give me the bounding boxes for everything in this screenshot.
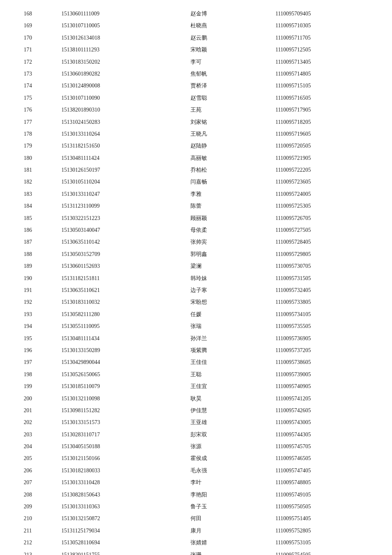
row-name: 李雅 (175, 188, 260, 200)
table-row: 18515130322151223顾丽颖1110095726705 (16, 212, 376, 224)
row-id: 15130133110363 (58, 501, 175, 513)
row-number: 198 (16, 369, 58, 381)
row-id: 15130601111009 (58, 8, 175, 20)
row-id: 15131182151650 (58, 140, 175, 152)
table-row: 21015130132150872何田1110095751405 (16, 513, 376, 525)
row-number: 203 (16, 429, 58, 441)
row-name: 张婧婧 (175, 537, 260, 549)
row-name: 郭明鑫 (175, 248, 260, 260)
table-row: 20115130981151282伊佳慧1110095742605 (16, 405, 376, 417)
table-row: 20715130133110428李叶1110095748805 (16, 477, 376, 489)
main-container: 16815130601111009赵金博11100957094051691513… (0, 0, 392, 555)
row-code: 1110095715105 (260, 80, 376, 92)
row-number: 186 (16, 224, 58, 236)
row-number: 187 (16, 236, 58, 248)
table-row: 17015130126134018赵云鹏1110095711705 (16, 32, 376, 44)
row-code: 1110095745705 (260, 441, 376, 453)
row-number: 192 (16, 296, 58, 308)
row-code: 1110095750505 (260, 501, 376, 513)
table-row: 20415130405150188张源1110095745705 (16, 441, 376, 453)
row-name: 陈蕾 (175, 200, 260, 212)
row-id: 15130503152709 (58, 248, 175, 260)
row-id: 15130283110717 (58, 429, 175, 441)
row-name: 赵云鹏 (175, 32, 260, 44)
row-number: 175 (16, 92, 58, 104)
row-id: 15130429890044 (58, 356, 175, 368)
data-table: 16815130601111009赵金博11100957094051691513… (16, 8, 376, 555)
table-row: 18215130105110204闫嘉畅1110095723605 (16, 176, 376, 188)
row-code: 1110095749105 (260, 489, 376, 501)
table-row: 21315138201151755张珊1110095754505 (16, 549, 376, 555)
row-number: 200 (16, 393, 58, 405)
row-code: 1110095746505 (260, 453, 376, 464)
table-row: 17715131024150283刘家铭1110095718205 (16, 116, 376, 128)
table-row: 20315130283110717彭宋双1110095744305 (16, 429, 376, 441)
row-id: 15130528110694 (58, 537, 175, 549)
row-id: 15130126150197 (58, 164, 175, 176)
row-name: 王晓凡 (175, 128, 260, 140)
row-name: 赵雪聪 (175, 92, 260, 104)
row-name: 王苑 (175, 104, 260, 116)
row-id: 15130121150166 (58, 453, 175, 464)
row-code: 1110095712505 (260, 44, 376, 56)
row-code: 1110095710305 (260, 20, 376, 32)
row-id: 15130981151282 (58, 405, 175, 417)
row-number: 211 (16, 525, 58, 537)
row-code: 1110095736905 (260, 333, 376, 345)
row-name: 任媛 (175, 309, 260, 320)
row-number: 193 (16, 309, 58, 320)
table-row: 19715130429890044王佳佳1110095738605 (16, 356, 376, 368)
row-id: 15130526150065 (58, 369, 175, 381)
row-number: 206 (16, 465, 58, 477)
row-code: 1110095714805 (260, 68, 376, 80)
table-row: 18015130481111424高丽敏1110095721905 (16, 152, 376, 164)
row-name: 刘家铭 (175, 116, 260, 128)
row-id: 15130635110621 (58, 284, 175, 296)
row-code: 1110095729805 (260, 248, 376, 260)
row-id: 15131182151811 (58, 273, 175, 284)
row-code: 1110095732405 (260, 284, 376, 296)
row-id: 15130133151573 (58, 417, 175, 428)
table-row: 19315130582111280任媛1110095734105 (16, 309, 376, 320)
row-number: 190 (16, 273, 58, 284)
table-row: 19215130183110032宋盼想1110095733805 (16, 296, 376, 308)
row-code: 1110095717905 (260, 104, 376, 116)
row-code: 1110095731505 (260, 273, 376, 284)
row-number: 213 (16, 549, 58, 555)
row-name: 赵金博 (175, 8, 260, 20)
row-code: 1110095735505 (260, 320, 376, 332)
table-row: 19115130635110621边子寒1110095732405 (16, 284, 376, 296)
table-row: 18715130635110142张帅宾1110095728405 (16, 236, 376, 248)
row-number: 179 (16, 140, 58, 152)
row-number: 176 (16, 104, 58, 116)
row-id: 15130133150289 (58, 345, 175, 356)
row-name: 张帅宾 (175, 236, 260, 248)
table-row: 20215130133151573王亚雄1110095743005 (16, 417, 376, 428)
row-number: 172 (16, 56, 58, 68)
row-number: 194 (16, 320, 58, 332)
row-id: 15130133110428 (58, 477, 175, 489)
row-number: 173 (16, 68, 58, 80)
table-row: 19615130133150289项紫腾1110095737205 (16, 345, 376, 356)
row-id: 15130132150872 (58, 513, 175, 525)
row-name: 何田 (175, 513, 260, 525)
row-code: 1110095727505 (260, 224, 376, 236)
row-name: 伊佳慧 (175, 405, 260, 417)
row-code: 1110095743005 (260, 417, 376, 428)
row-id: 15131024150283 (58, 116, 175, 128)
row-name: 张珊 (175, 549, 260, 555)
row-id: 15130601890282 (58, 68, 175, 80)
row-number: 184 (16, 200, 58, 212)
table-row: 20615130182180033毛永强1110095747405 (16, 465, 376, 477)
table-row: 18315130133110247李雅1110095724005 (16, 188, 376, 200)
row-number: 191 (16, 284, 58, 296)
table-row: 17815130133110264王晓凡1110095719605 (16, 128, 376, 140)
row-number: 185 (16, 212, 58, 224)
row-id: 15130503140047 (58, 224, 175, 236)
row-id: 15130551110095 (58, 320, 175, 332)
row-name: 鲁子玉 (175, 501, 260, 513)
row-id: 15130601152693 (58, 260, 175, 272)
row-id: 15138201890310 (58, 104, 175, 116)
table-row: 18915130601152693梁澜1110095730705 (16, 260, 376, 272)
row-name: 孙洋兰 (175, 333, 260, 345)
